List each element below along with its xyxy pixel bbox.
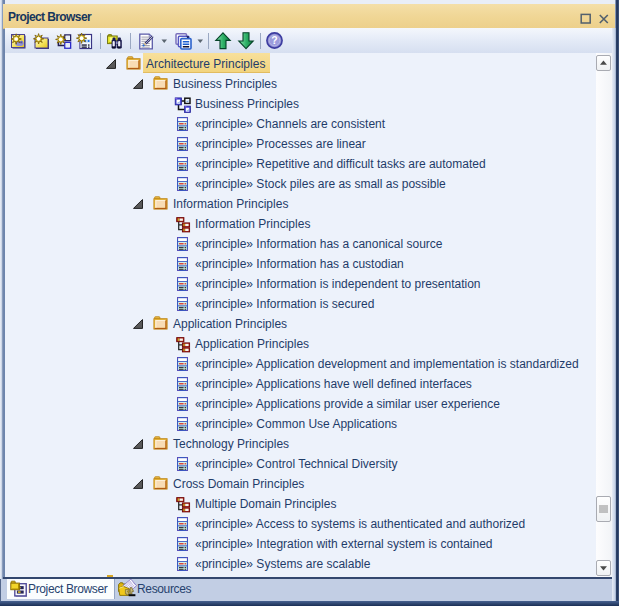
svg-text:?: ? [271,34,277,46]
